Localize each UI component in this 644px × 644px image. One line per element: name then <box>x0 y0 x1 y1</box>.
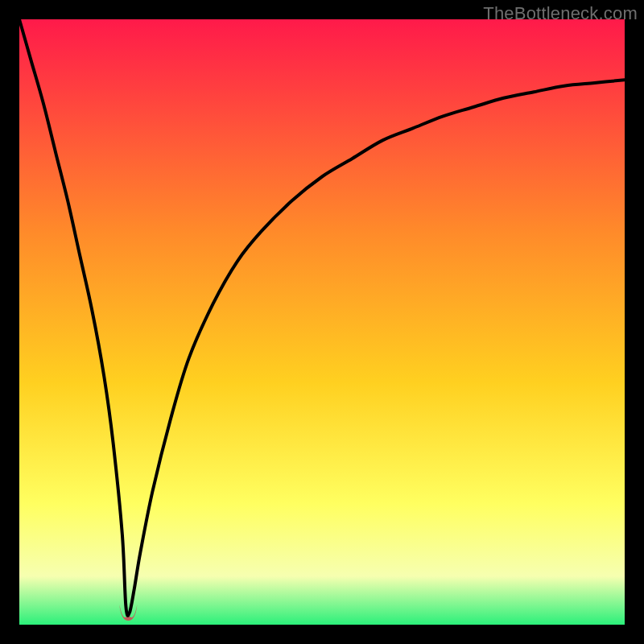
chart-svg <box>19 19 625 625</box>
gradient-background <box>19 19 625 625</box>
plot-area <box>19 19 625 625</box>
watermark-text: TheBottleneck.com <box>483 3 638 24</box>
chart-frame: TheBottleneck.com <box>0 0 644 644</box>
